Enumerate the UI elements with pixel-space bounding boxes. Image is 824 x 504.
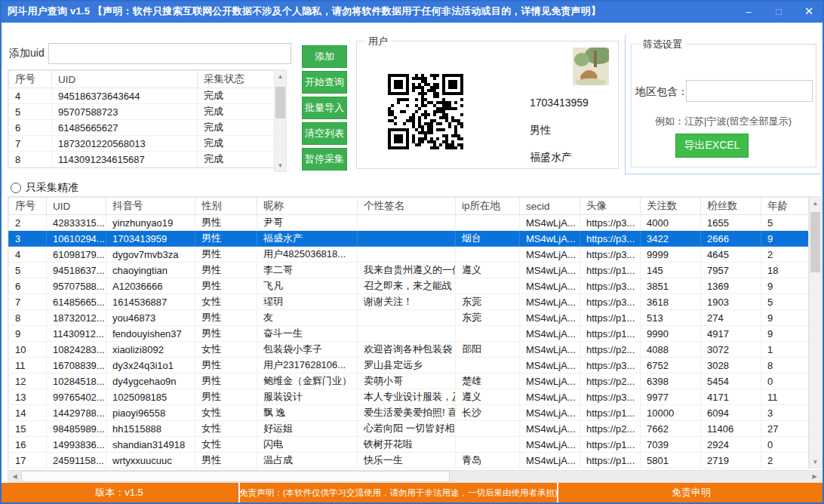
table-cell: 心若向阳 一切皆好相逢...: [358, 421, 456, 437]
table-cell: 6752: [641, 358, 701, 373]
table-cell: 10000: [641, 405, 701, 421]
table-header-row[interactable]: 序号 UID 采集状态: [9, 71, 275, 88]
column-header[interactable]: 采集状态: [198, 71, 275, 88]
column-header[interactable]: 个性签名: [358, 198, 456, 215]
column-header[interactable]: UID: [52, 71, 198, 88]
results-horizontal-scrollbar[interactable]: ◀ ▶: [8, 470, 822, 483]
table-row[interactable]: 1116708839...dy3x24q3i1o1男性用户2317628106.…: [9, 358, 810, 373]
table-row[interactable]: 595707588723完成: [9, 104, 275, 120]
clear-list-button[interactable]: 清空列表: [302, 122, 347, 145]
results-vertical-scrollbar[interactable]: ▲ ▼: [809, 196, 822, 469]
table-cell: 男性: [195, 453, 257, 469]
table-row[interactable]: 695707588...A12036666男性飞凡召之即来，来之能战，...MS…: [9, 278, 810, 294]
column-header[interactable]: ip所在地: [456, 198, 520, 215]
table-cell: 3: [761, 405, 810, 421]
scroll-thumb[interactable]: [21, 471, 450, 482]
scroll-thumb[interactable]: [275, 87, 285, 118]
disclaimer-button[interactable]: 免责申明: [558, 483, 824, 502]
table-row[interactable]: 310610294...1703413959男性福盛水产烟台MS4wLjA...…: [9, 231, 810, 247]
table-cell: 14993836...: [47, 437, 106, 453]
table-cell: 鲍维金（金辉门业）: [257, 373, 358, 389]
table-cell: MS4wLjA...: [520, 389, 580, 405]
table-row[interactable]: 1414429788...piaoyi96558女性飘 逸爱生活爱美爱拍照! 喜…: [9, 405, 810, 421]
table-cell: 男性: [195, 389, 257, 405]
column-header[interactable]: secid: [520, 198, 580, 215]
table-cell: https://p1...: [580, 405, 641, 421]
region-filter-input[interactable]: [686, 80, 813, 102]
table-cell: 温占成: [257, 453, 358, 469]
column-header[interactable]: 序号: [9, 198, 47, 215]
scroll-right-icon[interactable]: ▶: [808, 471, 821, 482]
table-row[interactable]: 818732012...you46873男性友东莞MS4wLjA...https…: [9, 310, 810, 326]
table-cell: 4645: [701, 247, 761, 263]
start-query-button[interactable]: 开始查询: [302, 71, 347, 94]
table-row[interactable]: 242833315...yinzhunyao19男性尹哥MS4wLjA...ht…: [9, 215, 810, 231]
table-cell: MS4wLjA...: [520, 421, 580, 437]
table-cell: 2: [9, 215, 47, 231]
table-cell: 1703413959: [106, 231, 195, 247]
table-cell: [456, 437, 520, 453]
scroll-down-icon[interactable]: ▼: [275, 159, 286, 171]
table-row[interactable]: 1724591158...wrtyxxuucuuc男性温占成快乐一生青岛MS4w…: [9, 453, 810, 469]
panel-divider: [625, 35, 626, 174]
user-uid: 1703413959: [530, 97, 589, 109]
column-header[interactable]: 粉丝数: [701, 198, 761, 215]
precise-only-radio[interactable]: 只采集精准: [11, 181, 78, 195]
scroll-track[interactable]: [450, 471, 808, 482]
column-header[interactable]: 关注数: [641, 198, 701, 215]
minimize-icon[interactable]: –: [733, 0, 764, 23]
table-cell: 6: [9, 120, 52, 136]
add-button[interactable]: 添加: [302, 45, 347, 68]
scroll-down-icon[interactable]: ▼: [810, 456, 821, 468]
close-icon[interactable]: ✕: [794, 0, 824, 23]
column-header[interactable]: UID: [47, 198, 106, 215]
region-filter-hint: 例如：江苏|宁波(留空全部显示): [655, 115, 792, 128]
batch-import-button[interactable]: 批量导入: [302, 97, 347, 119]
table-cell: 3072: [701, 342, 761, 358]
table-row[interactable]: 594518637...chaoyingtian男性李二哥我来自贵州遵义的一位.…: [9, 263, 810, 278]
table-row[interactable]: 911430912...fendouyishen37男性奋斗一生MS4wLjA.…: [9, 326, 810, 342]
table-cell: A12036666: [106, 278, 195, 294]
scroll-left-icon[interactable]: ◀: [8, 471, 21, 482]
table-cell: 95707588723: [52, 104, 198, 120]
table-row[interactable]: 1598485989...hh1515888女性好运姐心若向阳 一切皆好相逢..…: [9, 421, 810, 437]
add-uid-input[interactable]: [48, 43, 291, 64]
column-header[interactable]: 性别: [195, 198, 257, 215]
table-cell: 包装袋小李子: [257, 342, 358, 358]
table-cell: MS4wLjA...: [520, 437, 580, 453]
table-cell: 李二哥: [257, 263, 358, 278]
column-header[interactable]: 头像: [580, 198, 641, 215]
column-header[interactable]: 序号: [9, 71, 52, 88]
table-row[interactable]: 761485665...1614536887女性瑆玥谢谢关注！东莞MS4wLjA…: [9, 294, 810, 310]
export-excel-button[interactable]: 导出EXCEL: [675, 134, 749, 158]
radio-unchecked-icon[interactable]: [11, 183, 21, 193]
column-header[interactable]: 抖音号: [106, 198, 195, 215]
table-cell: 男性: [195, 231, 257, 247]
queue-scrollbar[interactable]: ▲ ▼: [274, 69, 287, 172]
table-row[interactable]: 71873201220568013完成: [9, 136, 275, 152]
table-cell: MS4wLjA...: [520, 247, 580, 263]
table-cell: 1025098185: [106, 389, 195, 405]
table-cell: 24591158...: [47, 453, 106, 469]
maximize-icon[interactable]: □: [764, 0, 794, 23]
scroll-up-icon[interactable]: ▲: [275, 70, 286, 82]
pause-collect-button[interactable]: 暂停采集: [302, 148, 347, 171]
table-row[interactable]: 661485665627完成: [9, 120, 275, 136]
column-header[interactable]: 昵称: [257, 198, 358, 215]
table-header-row[interactable]: 序号UID抖音号性别昵称个性签名ip所在地secid头像关注数粉丝数年龄: [9, 198, 810, 215]
table-row[interactable]: 1614993836...shandian314918女性闪电铁树开花啦MS4w…: [9, 437, 810, 453]
table-row[interactable]: 4945186373643644完成: [9, 88, 275, 104]
scroll-thumb[interactable]: [810, 212, 820, 272]
scroll-up-icon[interactable]: ▲: [810, 197, 821, 209]
table-cell: 6398: [641, 373, 701, 389]
table-row[interactable]: 1210284518...dy4ygcehao9n男性鲍维金（金辉门业）卖萌小哥…: [9, 373, 810, 389]
column-header[interactable]: 年龄: [761, 198, 810, 215]
table-row[interactable]: 81143091234615687完成: [9, 152, 275, 167]
table-row[interactable]: 461098179...dygov7mvb3za男性用户4825036818..…: [9, 247, 810, 263]
table-cell: 5: [9, 104, 52, 120]
table-row[interactable]: 1399765402...1025098185男性服装设计本人专业设计服装，及.…: [9, 389, 810, 405]
table-cell: 1903: [701, 294, 761, 310]
table-cell: https://p3...: [580, 247, 641, 263]
title-bar[interactable]: 阿斗用户查询 v1.5 【声明：软件只搜索互联网公开数据不涉及个人隐私，请勿将软…: [0, 0, 824, 23]
table-row[interactable]: 1010824283...xiaolizi8092女性包装袋小李子欢迎咨询各种包…: [9, 342, 810, 358]
